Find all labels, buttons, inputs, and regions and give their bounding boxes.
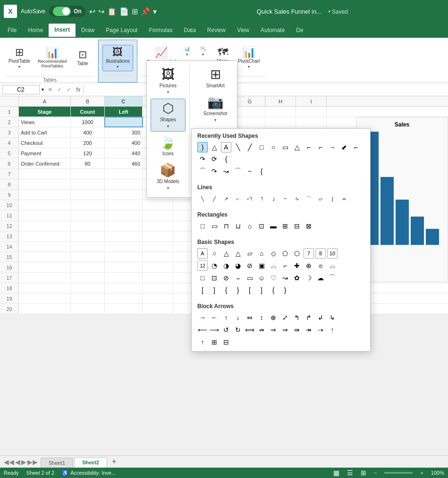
basic-lightning[interactable]: ↝ <box>280 273 290 283</box>
line-elbow3[interactable]: ˥ <box>256 193 267 204</box>
pivot-table-button[interactable]: ⊞ PivotTable ▾ <box>6 45 33 71</box>
shapes-button[interactable]: ⬡ Shapes ▾ <box>151 99 186 132</box>
cell-b6[interactable]: 80 <box>71 159 105 168</box>
cell-b16[interactable] <box>71 262 105 272</box>
cell-c11[interactable] <box>105 210 143 220</box>
line-arrow[interactable]: ╱ <box>209 193 220 204</box>
cell-b20[interactable] <box>71 304 105 314</box>
basic-parallelogram[interactable]: ▱ <box>245 248 255 259</box>
cell-a12[interactable] <box>19 221 71 231</box>
basic-chord[interactable]: ◑ <box>221 260 231 271</box>
arrow-u-turn[interactable]: ↲ <box>315 312 326 323</box>
cancel-icon[interactable]: ✕ <box>46 85 54 94</box>
basic-hexagon[interactable]: ⬡ <box>292 248 302 259</box>
shape-brace2[interactable]: { <box>256 166 267 176</box>
cell-c16[interactable] <box>105 262 143 272</box>
sheet-nav-next[interactable]: ▶ <box>21 458 26 466</box>
col-header-a[interactable]: A <box>19 96 71 106</box>
cell-b18[interactable] <box>71 283 105 293</box>
col-header-i[interactable]: I <box>296 96 327 106</box>
line-freeform[interactable]: ∫ <box>327 193 338 204</box>
cell-b13[interactable] <box>71 231 105 241</box>
zoom-slider[interactable] <box>384 472 413 474</box>
shape-bent-arrow[interactable]: ⬋ <box>339 142 349 152</box>
shape-textbox[interactable]: A <box>221 142 231 152</box>
cell-c7[interactable] <box>105 169 143 179</box>
basic-cylinder[interactable]: ⌓ <box>327 260 338 271</box>
cell-d11[interactable] <box>143 210 173 220</box>
basic-brace1[interactable]: { <box>221 285 231 295</box>
view-layout-icon[interactable]: ☰ <box>347 469 353 477</box>
arrow-misc1[interactable]: ↑ <box>197 337 208 347</box>
arrow-right2[interactable]: ⟶ <box>209 325 220 335</box>
cell-a13[interactable] <box>19 231 71 241</box>
cell-a10[interactable] <box>19 200 71 210</box>
cell-c15[interactable] <box>105 252 143 262</box>
cell-a19[interactable] <box>19 294 71 303</box>
cell-a11[interactable] <box>19 210 71 220</box>
basic-sun[interactable]: ✿ <box>292 273 302 283</box>
cell-a16[interactable] <box>19 262 71 272</box>
cell-a5[interactable]: Payment <box>19 148 71 158</box>
cell-a4[interactable]: Checkout <box>19 138 71 148</box>
screenshot-button[interactable]: 📷 Screenshot ▾ <box>197 92 234 126</box>
basic-num12[interactable]: 12 <box>197 260 208 271</box>
cell-b17[interactable] <box>71 273 105 283</box>
cell-b1[interactable]: Count <box>71 107 105 117</box>
arrow-chevron2[interactable]: ⇛ <box>292 325 302 335</box>
cell-d17[interactable] <box>143 273 173 283</box>
cell-b15[interactable] <box>71 252 105 262</box>
rect-rounded[interactable]: ▭ <box>209 221 220 231</box>
basic-num8[interactable]: 8 <box>315 248 326 259</box>
column-chart-button[interactable]: 📊 ▾ <box>179 45 194 58</box>
cell-c10[interactable] <box>105 200 143 210</box>
basic-frame[interactable]: □ <box>197 273 208 283</box>
cell-d18[interactable] <box>143 283 173 293</box>
sheet-nav-prev[interactable]: ◀ <box>15 458 20 466</box>
basic-diamond[interactable]: ◇ <box>268 248 279 259</box>
cell-i2[interactable] <box>296 117 327 127</box>
cell-d19[interactable] <box>143 294 173 303</box>
cell-b11[interactable] <box>71 210 105 220</box>
tab-insert[interactable]: Insert <box>49 24 76 37</box>
arrow-chevron[interactable]: ⇒ <box>280 325 290 335</box>
basic-bracket1[interactable]: [ <box>197 285 208 295</box>
autosave-toggle[interactable]: On <box>49 6 85 17</box>
arrow-bent2[interactable]: ↱ <box>304 312 314 323</box>
cell-c1[interactable]: Left <box>105 107 143 117</box>
shape-triangle[interactable]: △ <box>209 142 220 152</box>
pivot-chart-button[interactable]: 📊 PivotChart ▾ <box>235 45 263 71</box>
basic-can[interactable]: ⌓ <box>268 260 279 271</box>
smartart-button[interactable]: ⊞ SmartArt <box>197 65 234 92</box>
cell-c6[interactable]: 460 <box>105 159 143 168</box>
rect-snip8[interactable]: ⊠ <box>304 221 314 231</box>
cell-reference-box[interactable] <box>2 85 40 94</box>
tab-data[interactable]: Data <box>178 24 201 36</box>
line-curve[interactable]: ~ <box>280 193 290 204</box>
shape-isosceles[interactable]: △ <box>292 142 302 152</box>
basic-cube[interactable]: ▣ <box>256 260 267 271</box>
cell-b2[interactable]: 1000 <box>71 117 105 127</box>
cell-c9[interactable] <box>105 190 143 200</box>
basic-donut[interactable]: ◕ <box>233 260 243 271</box>
cell-b9[interactable] <box>71 190 105 200</box>
arrow-pentagon[interactable]: ⇒ <box>268 325 279 335</box>
3d-models-button[interactable]: 📦 3D Models ▾ <box>151 160 186 193</box>
line-elbow[interactable]: ⌐ <box>233 193 243 204</box>
basic-brace2[interactable]: } <box>233 285 243 295</box>
basic-wave[interactable]: ⌣ <box>233 273 243 283</box>
tab-automate[interactable]: Automate <box>255 24 290 36</box>
cell-b8[interactable] <box>71 179 105 189</box>
arrow-cycle2[interactable]: ↻ <box>233 325 243 335</box>
basic-scroll[interactable]: ▭ <box>245 273 255 283</box>
cell-d12[interactable] <box>143 221 173 231</box>
shape-brace[interactable]: { <box>221 154 231 164</box>
arrow-left-right[interactable]: ⇔ <box>245 312 255 323</box>
basic-bracket2[interactable]: ] <box>209 285 220 295</box>
basic-bracket4[interactable]: ] <box>256 285 267 295</box>
col-header-b[interactable]: B <box>71 96 105 106</box>
cell-g1[interactable] <box>235 107 265 117</box>
shape-arrow-right[interactable]: → <box>327 142 338 152</box>
cell-c18[interactable] <box>105 283 143 293</box>
tab-view[interactable]: View <box>231 24 255 36</box>
